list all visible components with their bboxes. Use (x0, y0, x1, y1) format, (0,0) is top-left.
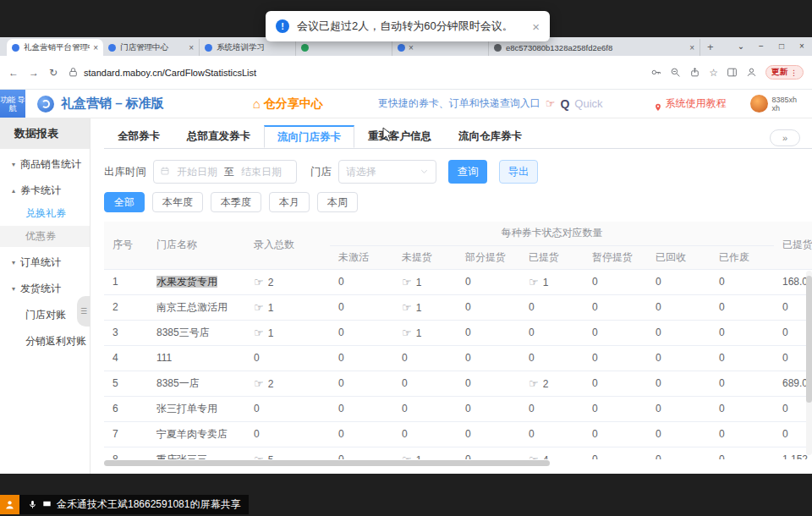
column-header-status: 未激活 (330, 245, 393, 269)
sidebar-item[interactable]: ▾商品销售统计 (0, 154, 90, 175)
new-tab-button[interactable]: + (707, 41, 714, 53)
sidebar-item[interactable]: 优惠券 (0, 226, 90, 247)
cell-value: 0 (647, 447, 710, 459)
sidebar-item[interactable]: ▾发货统计 (0, 278, 90, 299)
minimize-button[interactable]: − (751, 37, 771, 56)
key-icon[interactable] (650, 67, 661, 78)
cell-number: 168.0 (782, 276, 808, 288)
share-info-pill: 金禾通技术王斌18662591081的屏幕共享 (19, 495, 249, 514)
quick-filter-button[interactable]: 本月 (269, 192, 310, 212)
statistics-table: 序号门店名称录入总数每种券卡状态对应数量已提货未激活未提货部分提货已提货暂停提货… (104, 222, 812, 459)
date-range-input[interactable]: 开始日期 至 结束日期 (153, 160, 297, 184)
cell-value: 0 (457, 421, 520, 447)
export-button[interactable]: 导出 (499, 160, 538, 184)
tutorial-link[interactable]: 系统使用教程 (654, 96, 727, 111)
hand-link-icon[interactable]: ☞ (254, 327, 264, 339)
browser-tab[interactable] (296, 39, 392, 56)
cell-value: 0 (710, 396, 774, 421)
table-row[interactable]: 1水果发货专用☞20☞10☞1000168.0 (104, 269, 812, 294)
cell-number: 0 (592, 352, 598, 364)
profile-icon[interactable] (746, 67, 757, 78)
tab-3[interactable]: 重要客户信息 (354, 125, 445, 148)
maximize-button[interactable]: □ (771, 37, 792, 56)
tab-0[interactable]: 全部券卡 (104, 125, 173, 148)
browser-tab[interactable]: 门店管理中心× (103, 39, 200, 56)
chrome-update-button[interactable]: 更新 ⋮ (765, 65, 804, 80)
sidebar-item[interactable]: ▴券卡统计 (0, 180, 90, 201)
screen-icon (42, 500, 52, 509)
browser-tab[interactable]: e8c573080b1328a258fd2e6f8× (489, 39, 700, 56)
close-window-button[interactable]: × (792, 37, 812, 56)
user-account[interactable]: 8385xh xh (750, 95, 798, 113)
hand-link-icon[interactable]: ☞ (402, 327, 412, 339)
back-icon[interactable]: ← (8, 67, 19, 79)
sidebar-item[interactable]: ▾订单统计 (0, 252, 90, 273)
browser-tab[interactable]: 系统培训学习 (200, 39, 296, 56)
meeting-toast: ! 会议已超过2人，自动转为60分钟限时会议。 × (266, 11, 550, 41)
search-button[interactable]: 查询 (448, 160, 487, 184)
house-icon: ⌂ (253, 96, 261, 111)
bookmark-star-icon[interactable]: ☆ (709, 67, 718, 79)
side-panel-icon[interactable] (727, 67, 738, 78)
share-icon[interactable] (689, 67, 700, 78)
url-text[interactable]: standard.maboy.cn/CardFlowStatisticsList (84, 68, 256, 78)
tab-4[interactable]: 流向仓库券卡 (445, 125, 535, 148)
table-row[interactable]: 6张三打单专用000000000 (104, 396, 812, 421)
hand-link-icon[interactable]: ☞ (529, 377, 539, 390)
table-row[interactable]: 2南京王总激活用☞10☞1000000 (104, 294, 812, 320)
cell-number: 1 (416, 277, 422, 288)
zoom-icon[interactable] (670, 67, 681, 78)
table-row[interactable]: 4111000000000 (104, 345, 812, 371)
tab-close-icon[interactable]: × (689, 43, 694, 52)
reload-icon[interactable]: ↻ (49, 67, 58, 79)
cell-value: 0 (520, 396, 584, 421)
column-header-status: 已提货 (520, 245, 584, 269)
lock-icon (68, 67, 79, 78)
hand-link-icon[interactable]: ☞ (254, 301, 264, 314)
cell-number: 0 (592, 301, 598, 313)
tab-close-icon[interactable]: × (409, 43, 414, 52)
sidebar-item[interactable]: 分销返利对账 (0, 331, 90, 352)
browser-tab[interactable]: 礼盒营销平台管理中心× (7, 39, 103, 56)
hand-link-icon[interactable]: ☞ (402, 301, 412, 314)
table-horizontal-scrollbar[interactable] (104, 460, 812, 466)
quick-filter-button[interactable]: 本季度 (211, 192, 261, 212)
table-row[interactable]: 8重庆张三三☞50☞10☞40001,152 (104, 447, 812, 459)
hand-link-icon[interactable]: ☞ (529, 453, 539, 460)
function-nav-toggle[interactable]: 功能 导航 (0, 90, 25, 118)
forward-icon[interactable]: → (29, 67, 39, 79)
location-pin-icon (654, 100, 662, 108)
cell-value: 0 (647, 371, 710, 396)
store-select[interactable]: 请选择 (338, 160, 436, 184)
sidebar-collapse-handle[interactable]: ☰ (77, 296, 91, 327)
hand-link-icon[interactable]: ☞ (254, 276, 264, 288)
time-filter-label: 出库时间 (104, 165, 146, 179)
table-row[interactable]: 58385一店☞2000☞2000689.0 (104, 371, 812, 396)
more-menu-icon[interactable]: ⋮ (790, 69, 798, 77)
hand-link-icon[interactable]: ☞ (529, 276, 539, 288)
table-vertical-scrollbar[interactable] (806, 271, 812, 455)
tab-2[interactable]: 流向门店券卡 (264, 125, 354, 148)
hand-link-icon[interactable]: ☞ (254, 453, 264, 460)
hand-link-icon[interactable]: ☞ (402, 453, 412, 460)
tab-search-icon[interactable]: ⌄ (731, 37, 751, 56)
table-row[interactable]: 38385三号店☞10☞1000000 (104, 320, 812, 345)
sidebar-item[interactable]: 兑换礼券 (0, 203, 90, 224)
toast-close-icon[interactable]: × (532, 19, 540, 34)
expand-panel-button[interactable]: » (770, 129, 800, 146)
share-center-link[interactable]: ⌂ 仓分享中心 (253, 96, 323, 112)
cell-number: 0 (338, 352, 344, 364)
quick-entry-link[interactable]: 更快捷的券卡、订单和快递查询入口 ☞ Q Quick (378, 96, 603, 111)
hand-link-icon[interactable]: ☞ (402, 276, 412, 288)
quick-filter-button[interactable]: 本周 (317, 192, 358, 212)
quick-filter-button[interactable]: 全部 (104, 192, 145, 212)
hand-link-icon[interactable]: ☞ (254, 377, 264, 390)
quick-filter-button[interactable]: 本年度 (152, 192, 203, 212)
tab-favicon (494, 44, 502, 52)
table-row[interactable]: 7宁夏羊肉专卖店000000000 (104, 421, 812, 447)
tab-close-icon[interactable]: × (93, 43, 98, 52)
tab-1[interactable]: 总部直发券卡 (173, 125, 264, 148)
browser-tab[interactable]: × (392, 39, 489, 56)
tab-close-icon[interactable]: × (189, 43, 194, 52)
cell-number: 0 (402, 403, 408, 414)
